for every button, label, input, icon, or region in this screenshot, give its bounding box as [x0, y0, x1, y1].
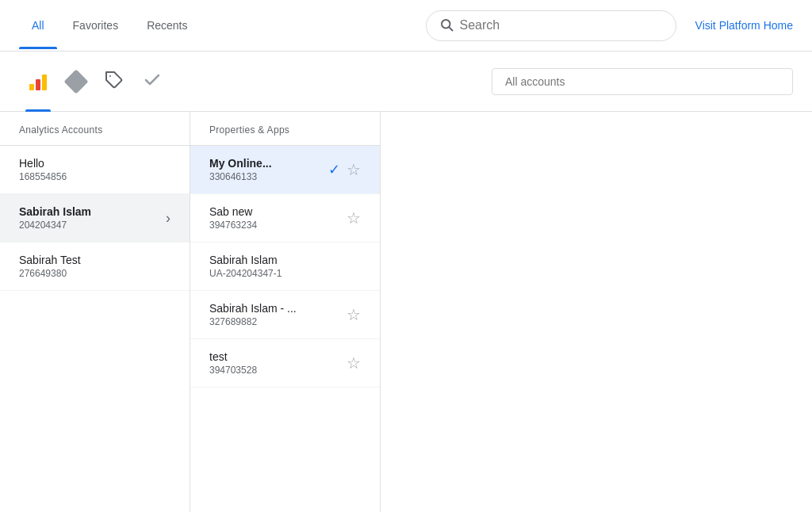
tag-tab-btn[interactable] [95, 63, 133, 101]
property-id: 394703528 [209, 365, 257, 376]
check-tab-btn[interactable] [133, 63, 171, 101]
properties-column-header: Properties & Apps [190, 112, 380, 146]
search-bar[interactable] [426, 10, 676, 41]
properties-column: Properties & Apps My Online... 330646133… [190, 112, 381, 512]
account-name: Sabirah Test [19, 254, 81, 266]
property-id: UA-204204347-1 [209, 268, 282, 279]
property-name: test [209, 350, 257, 363]
property-name: Sab new [209, 205, 257, 218]
diamond-icon [63, 69, 88, 94]
main-content: Analytics Accounts Hello 168554856 Sabir… [0, 112, 812, 512]
tab-all[interactable]: All [19, 13, 57, 38]
tag-icon [105, 71, 124, 92]
property-item-my-online[interactable]: My Online... 330646133 ✓ ☆ [190, 146, 380, 194]
star-icon[interactable]: ☆ [347, 160, 361, 179]
account-name: Hello [19, 157, 67, 170]
checkmark-icon: ✓ [328, 161, 340, 178]
property-name: Sabirah Islam [209, 254, 282, 266]
analytics-tab-btn[interactable] [19, 63, 57, 101]
tab-favorites[interactable]: Favorites [60, 13, 132, 38]
account-name: Sabirah Islam [19, 205, 91, 218]
visit-platform-link[interactable]: Visit Platform Home [695, 19, 793, 32]
account-id: 168554856 [19, 171, 67, 182]
property-item-sabirah-islam-dash[interactable]: Sabirah Islam - ... 327689882 ☆ [190, 291, 380, 339]
nav-tabs: All Favorites Recents [19, 13, 201, 38]
property-name: Sabirah Islam - ... [209, 302, 297, 315]
accounts-filter [492, 68, 793, 95]
account-item-hello[interactable]: Hello 168554856 [0, 146, 190, 194]
right-area [381, 112, 812, 512]
icon-bar [0, 52, 812, 112]
search-input[interactable] [460, 18, 663, 32]
star-icon[interactable]: ☆ [347, 208, 361, 227]
star-icon[interactable]: ☆ [347, 305, 361, 324]
property-item-sabirah-islam-ua[interactable]: Sabirah Islam UA-204204347-1 [190, 243, 380, 291]
star-icon[interactable]: ☆ [347, 353, 361, 373]
account-item-sabirah-islam[interactable]: Sabirah Islam 204204347 › [0, 194, 190, 243]
search-icon [439, 17, 454, 34]
top-nav: All Favorites Recents Visit Platform Hom… [0, 0, 812, 52]
property-id: 327689882 [209, 316, 297, 327]
property-item-sab-new[interactable]: Sab new 394763234 ☆ [190, 194, 380, 243]
property-item-test[interactable]: test 394703528 ☆ [190, 339, 380, 388]
diamond-tab-btn[interactable] [57, 63, 95, 101]
accounts-column-header: Analytics Accounts [0, 112, 190, 146]
property-id: 330646133 [209, 171, 272, 182]
chevron-right-icon: › [166, 210, 170, 227]
analytics-icon [29, 73, 47, 90]
property-name: My Online... [209, 157, 272, 170]
account-id: 204204347 [19, 220, 91, 231]
property-id: 394763234 [209, 220, 257, 231]
check-icon [143, 71, 162, 92]
all-accounts-input[interactable] [492, 68, 793, 95]
tab-recents[interactable]: Recents [134, 13, 200, 38]
svg-line-1 [449, 27, 452, 30]
account-id: 276649380 [19, 268, 81, 279]
account-item-sabirah-test[interactable]: Sabirah Test 276649380 [0, 243, 190, 291]
accounts-column: Analytics Accounts Hello 168554856 Sabir… [0, 112, 190, 512]
